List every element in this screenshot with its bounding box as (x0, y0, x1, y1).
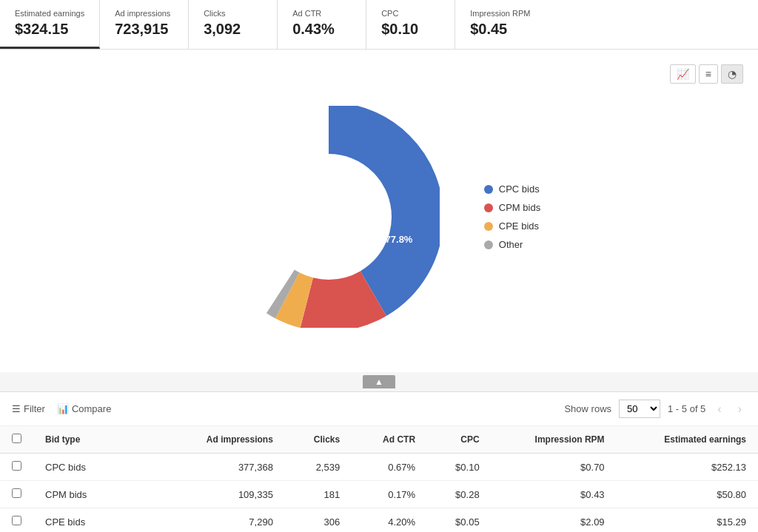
metric-label-4: CPC (381, 9, 440, 18)
ad-ctr-cell-1: 0.17% (352, 481, 427, 508)
table-row: CPC bids 377,368 2,539 0.67% $0.10 $0.70… (0, 454, 758, 481)
legend-cpe-label: CPE bids (499, 220, 539, 232)
legend-cpc-dot (484, 185, 493, 194)
svg-text:77.8%: 77.8% (385, 234, 412, 245)
table-row: CPE bids 7,290 306 4.20% $0.05 $2.09 $15… (0, 508, 758, 533)
table-section: ☰ Filter 📊 Compare Show rows 10 25 50 10… (0, 391, 758, 532)
metric-value-5: $0.45 (470, 21, 530, 38)
select-all-header (0, 426, 33, 454)
estimated-earnings-cell-1: $50.80 (617, 481, 758, 508)
metric-value-0: $324.15 (15, 21, 84, 38)
bid-type-cell-0: CPC bids (33, 454, 164, 481)
metric-item-5[interactable]: Impression RPM $0.45 (455, 0, 545, 49)
compare-icon: 📊 (57, 403, 69, 414)
svg-point-4 (273, 161, 384, 272)
legend-cpm-dot (484, 203, 493, 212)
clicks-cell-2: 306 (285, 508, 352, 533)
estimated-earnings-header: Estimated earnings (617, 426, 758, 454)
row-checkbox-cell-0 (0, 454, 33, 481)
row-checkbox-1[interactable] (12, 488, 21, 498)
rows-per-page-select[interactable]: 10 25 50 100 (619, 400, 660, 418)
cpc-cell-2: $0.05 (427, 508, 492, 533)
table-view-btn[interactable]: ≡ (699, 64, 718, 84)
estimated-earnings-cell-2: $15.29 (617, 508, 758, 533)
metric-item-4[interactable]: CPC $0.10 (366, 0, 455, 49)
svg-text:4.7%: 4.7% (340, 175, 358, 183)
clicks-header: Clicks (285, 426, 352, 454)
ad-ctr-header: Ad CTR (352, 426, 427, 454)
metric-value-1: 723,915 (115, 21, 173, 38)
filter-label: Filter (24, 403, 45, 414)
impression-rpm-cell-0: $0.70 (492, 454, 617, 481)
legend-cpc: CPC bids (484, 183, 540, 195)
next-page-button[interactable]: › (734, 401, 746, 417)
divider-bar: ▲ (0, 372, 758, 391)
legend-cpm: CPM bids (484, 202, 540, 213)
pie-chart-btn[interactable]: ◔ (721, 64, 743, 84)
filter-icon: ☰ (12, 403, 21, 414)
bid-type-cell-2: CPE bids (33, 508, 164, 533)
toolbar-left: ☰ Filter 📊 Compare (12, 403, 111, 414)
table-row: CPM bids 109,335 181 0.17% $0.28 $0.43 $… (0, 481, 758, 508)
legend-cpc-label: CPC bids (499, 183, 540, 195)
metric-label-5: Impression RPM (470, 9, 530, 18)
impression-rpm-header: Impression RPM (492, 426, 617, 454)
legend-other: Other (484, 239, 540, 250)
show-rows-label: Show rows (564, 403, 611, 414)
impression-rpm-cell-2: $2.09 (492, 508, 617, 533)
metric-value-4: $0.10 (381, 21, 440, 38)
compare-button[interactable]: 📊 Compare (57, 403, 111, 414)
metric-label-0: Estimated earnings (15, 9, 84, 18)
legend-cpe: CPE bids (484, 220, 540, 232)
pagination-info: 1 - 5 of 5 (668, 403, 705, 414)
ad-impressions-cell-2: 7,290 (164, 508, 285, 533)
metric-label-1: Ad impressions (115, 9, 173, 18)
prev-page-button[interactable]: ‹ (713, 401, 725, 417)
estimated-earnings-cell-0: $252.13 (617, 454, 758, 481)
row-checkbox-0[interactable] (12, 461, 21, 471)
metric-item-1[interactable]: Ad impressions 723,915 (100, 0, 189, 49)
donut-chart: 77.8% 15.7% 4.7% (218, 106, 440, 328)
metric-label-3: Ad CTR (292, 9, 351, 18)
svg-text:15.7%: 15.7% (283, 260, 308, 271)
chart-legend: CPC bids CPM bids CPE bids Other (484, 183, 540, 250)
chart-content: 77.8% 15.7% 4.7% CPC bids CPM bids CPE b… (15, 91, 743, 357)
filter-button[interactable]: ☰ Filter (12, 403, 45, 414)
clicks-cell-1: 181 (285, 481, 352, 508)
metric-item-2[interactable]: Clicks 3,092 (189, 0, 278, 49)
compare-label: Compare (72, 403, 111, 414)
ad-impressions-cell-1: 109,335 (164, 481, 285, 508)
row-checkbox-cell-2 (0, 508, 33, 533)
chart-area: 📈 ≡ ◔ 77.8% 15.7% 4.7% (0, 50, 758, 372)
metric-item-0[interactable]: Estimated earnings $324.15 (0, 0, 100, 49)
ad-ctr-cell-0: 0.67% (352, 454, 427, 481)
metric-label-2: Clicks (204, 9, 262, 18)
chart-toolbar: 📈 ≡ ◔ (670, 64, 743, 84)
legend-cpe-dot (484, 222, 493, 231)
cpc-cell-1: $0.28 (427, 481, 492, 508)
toolbar-right: Show rows 10 25 50 100 1 - 5 of 5 ‹ › (564, 400, 746, 418)
clicks-cell-0: 2,539 (285, 454, 352, 481)
metrics-bar: Estimated earnings $324.15Ad impressions… (0, 0, 758, 50)
select-all-checkbox[interactable] (12, 434, 21, 443)
collapse-btn[interactable]: ▲ (363, 375, 395, 388)
metric-value-2: 3,092 (204, 21, 262, 38)
ad-ctr-cell-2: 4.20% (352, 508, 427, 533)
cpc-header: CPC (427, 426, 492, 454)
ad-impressions-header: Ad impressions (164, 426, 285, 454)
table-toolbar: ☰ Filter 📊 Compare Show rows 10 25 50 10… (0, 392, 758, 426)
impression-rpm-cell-1: $0.43 (492, 481, 617, 508)
cpc-cell-0: $0.10 (427, 454, 492, 481)
metric-value-3: 0.43% (292, 21, 351, 38)
row-checkbox-cell-1 (0, 481, 33, 508)
bid-type-header: Bid type (33, 426, 164, 454)
legend-other-dot (484, 240, 493, 249)
bid-type-cell-1: CPM bids (33, 481, 164, 508)
metric-item-3[interactable]: Ad CTR 0.43% (278, 0, 366, 49)
row-checkbox-2[interactable] (12, 516, 21, 525)
legend-cpm-label: CPM bids (499, 202, 540, 213)
ad-impressions-cell-0: 377,368 (164, 454, 285, 481)
data-table: Bid type Ad impressions Clicks Ad CTR CP… (0, 426, 758, 532)
line-chart-btn[interactable]: 📈 (670, 64, 696, 84)
legend-other-label: Other (499, 239, 523, 250)
